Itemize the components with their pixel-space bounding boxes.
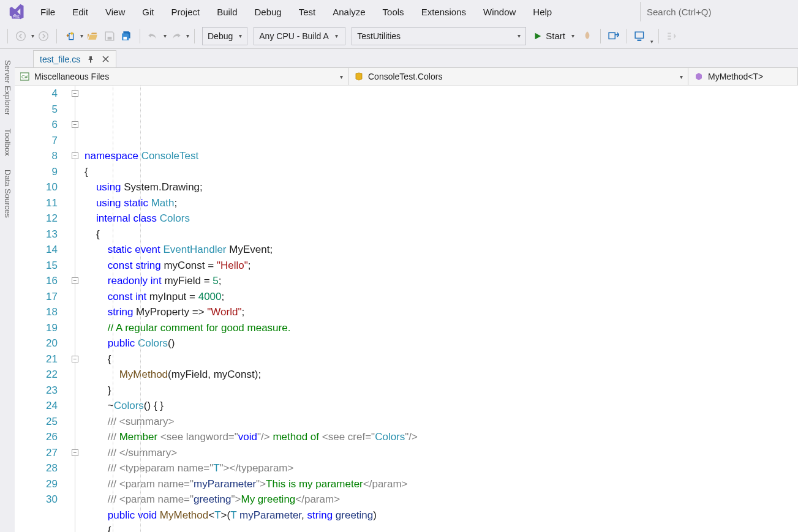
vs-logo-icon[interactable]: PRE <box>9 3 26 20</box>
nav-project-label: Miscellaneous Files <box>34 72 109 81</box>
code-line[interactable]: internal class Colors <box>85 211 798 227</box>
code-line[interactable]: const string myConst = "Hello"; <box>85 258 798 274</box>
class-icon <box>353 72 364 81</box>
code-line[interactable]: MyMethod(myField, myConst); <box>85 367 798 383</box>
code-line[interactable]: using System.Drawing; <box>85 179 798 195</box>
redo-dropdown[interactable]: ▾ <box>185 32 189 39</box>
line-number: 28 <box>15 460 58 476</box>
nav-member-combo[interactable]: MyMethod<T> <box>688 68 798 85</box>
code-line[interactable]: readonly int myField = 5; <box>85 273 798 289</box>
code-line[interactable]: { <box>85 523 798 532</box>
search-box[interactable]: Search (Ctrl+Q) <box>640 2 793 21</box>
code-line[interactable]: const int myInput = 4000; <box>85 289 798 305</box>
code-line[interactable]: public Colors() <box>85 335 798 351</box>
new-item-dropdown[interactable]: ▾ <box>79 32 83 39</box>
live-share-dropdown[interactable]: ▾ <box>649 39 653 45</box>
fold-toggle[interactable]: − <box>72 90 78 97</box>
startup-project-value: TestUtilities <box>357 31 401 41</box>
solution-config-combo[interactable]: Debug ▾ <box>202 27 247 45</box>
fold-toggle[interactable]: − <box>72 152 78 159</box>
line-number: 8 <box>15 148 58 164</box>
code-line[interactable]: } <box>85 383 798 399</box>
browse-button[interactable] <box>606 28 622 44</box>
menu-project[interactable]: Project <box>162 3 208 21</box>
code-line[interactable]: ~Colors() { } <box>85 398 798 414</box>
code-line[interactable]: using static Math; <box>85 195 798 211</box>
menu-build[interactable]: Build <box>208 3 246 21</box>
document-tab-label: test_file.cs <box>40 54 80 64</box>
close-icon[interactable] <box>101 55 110 64</box>
menu-analyze[interactable]: Analyze <box>324 3 374 21</box>
code-line[interactable]: string MyProperty => "World"; <box>85 304 798 320</box>
nav-member-label: MyMethod<T> <box>708 72 763 81</box>
code-line[interactable]: /// <summary> <box>85 414 798 430</box>
fold-toggle[interactable]: − <box>72 356 78 362</box>
document-tab[interactable]: test_file.cs <box>33 50 116 67</box>
menu-edit[interactable]: Edit <box>64 3 97 21</box>
menu-test[interactable]: Test <box>290 3 325 21</box>
menu-tools[interactable]: Tools <box>374 3 413 21</box>
code-line[interactable]: /// <param name="greeting">My greeting</… <box>85 492 798 508</box>
code-line[interactable]: static event EventHandler MyEvent; <box>85 242 798 258</box>
code-line[interactable]: public void MyMethod<T>(T myParameter, s… <box>85 508 798 523</box>
nav-project-combo[interactable]: C# Miscellaneous Files ▾ <box>15 68 348 85</box>
line-number: 18 <box>15 304 58 320</box>
menu-window[interactable]: Window <box>475 3 524 21</box>
live-share-button[interactable] <box>632 28 648 44</box>
menu-help[interactable]: Help <box>524 3 560 21</box>
line-number: 26 <box>15 429 58 445</box>
code-line[interactable]: { <box>85 227 798 242</box>
start-debug-button[interactable]: Start ▾ <box>530 28 578 45</box>
start-label: Start <box>546 31 565 41</box>
nav-class-combo[interactable]: ConsoleTest.Colors ▾ <box>348 68 688 85</box>
fold-toggle[interactable]: − <box>72 277 78 284</box>
overflow-button[interactable] <box>664 28 680 44</box>
fold-toggle[interactable]: − <box>72 449 78 456</box>
undo-button[interactable] <box>145 28 161 44</box>
save-button[interactable] <box>102 28 118 44</box>
code-line[interactable]: /// Member <see langword="void"/> method… <box>85 429 798 445</box>
svg-rect-6 <box>123 37 127 40</box>
hot-reload-button[interactable] <box>579 28 595 44</box>
side-tab-data-sources[interactable]: Data Sources <box>2 167 13 220</box>
save-all-button[interactable] <box>119 28 135 44</box>
side-tab-toolbox[interactable]: Toolbox <box>2 126 13 159</box>
nav-back-button[interactable] <box>13 28 29 44</box>
menu-extensions[interactable]: Extensions <box>413 3 475 21</box>
menu-view[interactable]: View <box>97 3 134 21</box>
side-tab-server-explorer[interactable]: Server Explorer <box>2 58 13 118</box>
menu-debug[interactable]: Debug <box>246 3 290 21</box>
line-number: 17 <box>15 289 58 305</box>
menu-git[interactable]: Git <box>134 3 162 21</box>
nav-back-dropdown[interactable]: ▾ <box>30 32 34 39</box>
code-line[interactable]: /// </summary> <box>85 445 798 461</box>
line-number: 22 <box>15 367 58 383</box>
solution-config-value: Debug <box>208 31 233 41</box>
line-number: 20 <box>15 335 58 351</box>
code-line[interactable]: namespace ConsoleTest <box>85 148 798 164</box>
code-editor[interactable]: 4567891011121314151617181920212223242526… <box>15 86 798 532</box>
redo-button[interactable] <box>168 28 184 44</box>
line-number: 16 <box>15 273 58 289</box>
nav-forward-button[interactable] <box>36 28 51 44</box>
pin-icon[interactable] <box>86 55 95 64</box>
code-line[interactable]: /// <typeparam name="T"></typeparam> <box>85 460 798 476</box>
line-number: 15 <box>15 258 58 274</box>
solution-platform-combo[interactable]: Any CPU - Build A ▾ <box>254 27 345 45</box>
menu-file[interactable]: File <box>32 3 64 21</box>
code-text[interactable]: namespace ConsoleTest{ using System.Draw… <box>85 86 798 532</box>
svg-rect-9 <box>637 39 641 40</box>
svg-rect-8 <box>635 32 644 38</box>
svg-rect-5 <box>108 37 112 40</box>
code-line[interactable]: /// <param name="myParameter">This is my… <box>85 476 798 492</box>
startup-project-combo[interactable]: TestUtilities ▾ <box>352 27 526 45</box>
undo-dropdown[interactable]: ▾ <box>162 32 167 39</box>
code-line[interactable]: // A regular comment for good measure. <box>85 320 798 336</box>
line-number: 19 <box>15 320 58 336</box>
fold-toggle[interactable]: − <box>72 121 78 128</box>
line-number: 21 <box>15 351 58 367</box>
code-line[interactable]: { <box>85 351 798 367</box>
new-item-button[interactable] <box>62 28 78 44</box>
open-file-button[interactable] <box>85 28 100 44</box>
code-line[interactable]: { <box>85 164 798 180</box>
